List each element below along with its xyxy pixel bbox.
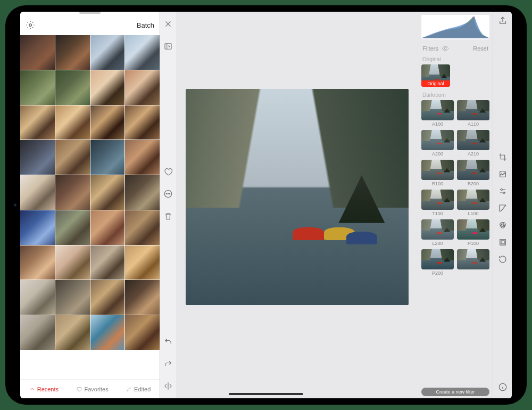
tab-favorites-label: Favorites bbox=[84, 386, 108, 392]
photo-thumbnail[interactable] bbox=[90, 35, 125, 70]
filter-tile[interactable]: B200 bbox=[457, 160, 489, 186]
svg-point-8 bbox=[501, 189, 502, 191]
photo-thumbnail[interactable] bbox=[20, 245, 55, 280]
photo-thumbnail[interactable] bbox=[125, 280, 160, 315]
original-badge: Original bbox=[421, 80, 450, 87]
filters-icon[interactable] bbox=[498, 169, 508, 179]
filter-preview bbox=[421, 249, 454, 269]
filter-tile[interactable]: L100 bbox=[457, 190, 489, 216]
main-canvas[interactable] bbox=[176, 12, 418, 398]
filter-name-label: L100 bbox=[457, 211, 489, 216]
section-darkroom-label: Darkroom bbox=[421, 91, 489, 100]
photo-thumbnail[interactable] bbox=[90, 140, 125, 175]
drag-handle[interactable] bbox=[79, 12, 101, 14]
main-image bbox=[186, 89, 409, 306]
photo-thumbnail[interactable] bbox=[125, 35, 160, 70]
photo-thumbnail[interactable] bbox=[20, 210, 55, 245]
filter-name-label: P200 bbox=[421, 270, 454, 276]
photo-thumbnail[interactable] bbox=[125, 105, 160, 140]
share-icon[interactable] bbox=[498, 16, 508, 26]
svg-rect-1 bbox=[165, 44, 171, 50]
filter-tile[interactable]: P100 bbox=[457, 219, 489, 246]
batch-button[interactable]: Batch bbox=[137, 21, 154, 29]
home-indicator[interactable] bbox=[229, 393, 303, 395]
gear-icon[interactable] bbox=[26, 20, 35, 30]
filter-tile[interactable]: L200 bbox=[421, 219, 454, 246]
heart-icon[interactable] bbox=[163, 167, 173, 176]
photo-thumbnail[interactable] bbox=[125, 245, 160, 280]
photo-thumbnail[interactable] bbox=[20, 280, 55, 315]
photo-thumbnail[interactable] bbox=[90, 210, 125, 245]
photo-thumbnail[interactable] bbox=[20, 105, 55, 140]
filter-tile[interactable]: P200 bbox=[421, 249, 454, 276]
filter-tile[interactable]: A110 bbox=[457, 100, 489, 127]
sidebar-collapse-icon[interactable] bbox=[163, 42, 173, 51]
histogram[interactable] bbox=[421, 15, 489, 39]
photo-thumbnail[interactable] bbox=[55, 140, 90, 175]
photo-thumbnail[interactable] bbox=[90, 105, 125, 140]
photo-thumbnail[interactable] bbox=[55, 315, 90, 350]
photo-thumbnail[interactable] bbox=[125, 140, 160, 175]
more-icon[interactable] bbox=[163, 189, 173, 199]
trash-icon[interactable] bbox=[163, 211, 173, 221]
photo-thumbnail[interactable] bbox=[90, 245, 125, 280]
photo-thumbnail[interactable] bbox=[125, 175, 160, 210]
filter-tile[interactable]: T100 bbox=[421, 190, 454, 216]
photo-thumbnail[interactable] bbox=[55, 245, 90, 280]
filter-tile[interactable] bbox=[457, 249, 489, 276]
photo-thumbnail[interactable] bbox=[20, 140, 55, 175]
photo-grid[interactable] bbox=[20, 35, 160, 379]
filter-name-label: B100 bbox=[421, 181, 454, 186]
tab-edited[interactable]: Edited bbox=[126, 386, 151, 392]
create-filter-row: Create a new filter bbox=[421, 388, 489, 396]
photo-thumbnail[interactable] bbox=[20, 315, 55, 350]
photo-thumbnail[interactable] bbox=[20, 35, 55, 70]
filter-preview bbox=[457, 219, 489, 240]
section-original-label: Original bbox=[421, 55, 489, 64]
tab-recents[interactable]: Recents bbox=[29, 386, 59, 392]
crop-icon[interactable] bbox=[498, 152, 508, 162]
frame-icon[interactable] bbox=[498, 237, 508, 247]
photo-thumbnail[interactable] bbox=[55, 210, 90, 245]
photo-thumbnail[interactable] bbox=[90, 175, 125, 210]
screen: Batch Recents Favorites Edited bbox=[20, 12, 512, 398]
svg-point-0 bbox=[29, 24, 32, 27]
photo-thumbnail[interactable] bbox=[55, 105, 90, 140]
adjust-icon[interactable] bbox=[498, 186, 508, 196]
photo-thumbnail[interactable] bbox=[55, 175, 90, 210]
filters-header: Filters Reset bbox=[421, 44, 489, 55]
photo-thumbnail[interactable] bbox=[90, 70, 125, 105]
photo-thumbnail[interactable] bbox=[90, 280, 125, 315]
close-icon[interactable] bbox=[163, 19, 173, 29]
filter-original[interactable]: Original bbox=[421, 64, 450, 87]
photo-thumbnail[interactable] bbox=[55, 35, 90, 70]
filters-panel: Filters Reset Original Original Darkroom… bbox=[418, 12, 493, 398]
photo-library-panel: Batch Recents Favorites Edited bbox=[20, 12, 160, 398]
photo-thumbnail[interactable] bbox=[125, 210, 160, 245]
history-icon[interactable] bbox=[498, 255, 508, 264]
photo-thumbnail[interactable] bbox=[90, 315, 125, 350]
color-icon[interactable] bbox=[498, 220, 508, 230]
tab-edited-label: Edited bbox=[134, 386, 151, 392]
undo-icon[interactable] bbox=[163, 337, 173, 346]
curves-icon[interactable] bbox=[498, 203, 508, 213]
filter-tile[interactable]: A200 bbox=[421, 130, 454, 157]
photo-thumbnail[interactable] bbox=[125, 70, 160, 105]
photo-thumbnail[interactable] bbox=[55, 280, 90, 315]
svg-point-5 bbox=[169, 193, 170, 194]
filter-tile[interactable]: B100 bbox=[421, 160, 454, 186]
filter-preview bbox=[421, 190, 454, 210]
eye-icon[interactable] bbox=[442, 45, 449, 52]
reset-button[interactable]: Reset bbox=[473, 45, 488, 52]
create-filter-button[interactable]: Create a new filter bbox=[421, 388, 489, 396]
flip-icon[interactable] bbox=[163, 381, 173, 391]
photo-thumbnail[interactable] bbox=[20, 70, 55, 105]
photo-thumbnail[interactable] bbox=[20, 175, 55, 210]
filter-tile[interactable]: A100 bbox=[421, 100, 454, 127]
info-icon[interactable] bbox=[498, 382, 508, 392]
photo-thumbnail[interactable] bbox=[55, 70, 90, 105]
redo-icon[interactable] bbox=[163, 359, 173, 368]
photo-thumbnail[interactable] bbox=[125, 315, 160, 350]
tab-favorites[interactable]: Favorites bbox=[76, 386, 108, 392]
filter-tile[interactable]: A210 bbox=[457, 130, 489, 157]
